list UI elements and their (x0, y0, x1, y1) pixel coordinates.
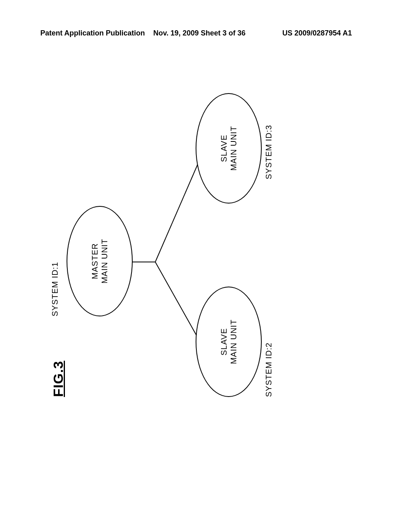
node-slave1-label-2: MAIN UNIT (229, 319, 238, 364)
figure-title: FIG.3 (50, 361, 66, 397)
system-id-slave-2: SYSTEM ID:3 (264, 125, 273, 179)
node-slave1-label-1: SLAVE (219, 328, 228, 355)
page: Patent Application Publication Nov. 19, … (0, 0, 413, 532)
system-id-slave-1: SYSTEM ID:2 (264, 343, 273, 397)
node-master-label-2: MAIN UNIT (100, 239, 109, 283)
svg-line-1 (155, 262, 202, 345)
system-id-master: SYSTEM ID:1 (50, 262, 60, 316)
header-left: Patent Application Publication (40, 29, 145, 37)
figure-area: FIG.3 SYSTEM ID:1 MASTER MAIN UNIT SLAVE… (50, 95, 365, 397)
header-mid: Nov. 19, 2009 Sheet 3 of 36 (153, 29, 246, 37)
node-slave2-label-2: MAIN UNIT (229, 126, 238, 170)
node-slave2-label-1: SLAVE (219, 135, 228, 162)
svg-line-2 (155, 155, 202, 262)
node-master: MASTER MAIN UNIT (67, 206, 133, 316)
node-master-label-1: MASTER (90, 243, 99, 279)
node-slave-1: SLAVE MAIN UNIT (196, 287, 262, 397)
node-slave-2: SLAVE MAIN UNIT (196, 93, 262, 204)
header-right: US 2009/0287954 A1 (282, 29, 352, 37)
